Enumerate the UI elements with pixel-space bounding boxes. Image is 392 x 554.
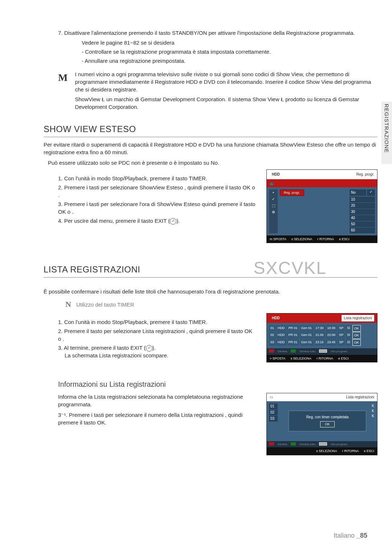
note-block: M I numeri vicino a ogni programma telev…: [44, 70, 377, 113]
sve-3-num: 3.: [58, 201, 63, 207]
sve-intro-2: Può essere utilizzato solo se PDC non è …: [48, 159, 377, 167]
osd1-v1: 20: [350, 203, 375, 209]
c: PR 01: [287, 332, 299, 339]
step-7-sub-3: - Annullare una registrazione preimposta…: [82, 57, 377, 65]
osd2-row-1: 02 HDD PR 01 Gen 01 21:00 22:00 SP Sì OK: [269, 332, 375, 339]
note-p1: I numeri vicino a ogni programma televis…: [75, 70, 377, 93]
osd3-header: ▭ Lista registrazioni: [267, 393, 377, 401]
osd3-bar-s: s SELEZIONA: [316, 449, 337, 454]
heading-show-view-esteso: SHOW VIEW ESTESO: [44, 123, 377, 137]
osd2-bar-e: e ESCI: [338, 356, 349, 361]
osd2-header: HDD Lista registrazioni: [267, 313, 377, 323]
osd1-chip: Reg. progr.: [280, 189, 304, 196]
sve-2-num: 2.: [58, 184, 63, 190]
osd3-k1: K: [372, 409, 374, 414]
btn-b-icon: [291, 349, 296, 353]
lr-3-num: 3.: [58, 345, 63, 351]
exit-icon: ⏎: [170, 218, 176, 225]
c: OK: [352, 339, 361, 346]
osd1-v3: 40: [350, 215, 375, 221]
osd1-col-no: No: [350, 189, 366, 196]
c: HDD: [276, 339, 286, 346]
osd2-btn-a: Elimina: [278, 349, 287, 353]
step-7-text: Disattivare l'alimentazione premendo il …: [64, 30, 355, 36]
osd3-r1: 02: [269, 410, 278, 415]
c: 22:00: [326, 332, 337, 339]
osd3-btn-a: Elimina: [278, 442, 287, 446]
sve-1: Con l'unità in modo Stop/Playback, preme…: [64, 175, 207, 181]
tv-icon: 📺: [270, 181, 274, 186]
footer: Italiano _85: [334, 531, 367, 540]
osd1-v4: 50: [350, 221, 375, 227]
lr-3b: ).: [152, 345, 156, 351]
osd3-btn-g: Info program.: [331, 442, 348, 446]
osd1-v0: 10: [350, 197, 375, 202]
osd2-bar-r: r RITORNA: [317, 356, 333, 361]
c: 21:00: [314, 332, 325, 339]
osd1-bar-r: r RITORNA: [317, 237, 334, 242]
sve-3: Premere i tasti per selezionare l'ora di…: [58, 201, 256, 215]
osd1-title: Reg. progr.: [356, 172, 374, 177]
osd3-btns: Elimina Elimina tutto Info program.: [267, 441, 377, 447]
c: SP: [338, 325, 345, 332]
tip-text: Utilizzo del tasto TIMER: [76, 301, 134, 308]
c: OK: [352, 325, 361, 332]
c: SP: [338, 332, 345, 339]
btn-a-icon: [269, 349, 274, 353]
note-p2: ShowView Ł un marchio di Gemstar Develop…: [75, 95, 377, 111]
note-text: I numeri vicino a ogni programma televis…: [75, 70, 377, 113]
osd2-body: 01 HDD PR 01 Gen 01 17:30 18:30 SP Sì OK…: [267, 323, 377, 349]
check-icon: ✓: [367, 189, 375, 196]
sve-4: Per uscire dal menu, premere il tasto EX…: [64, 218, 170, 224]
lr-3c: La schermata Lista registrazioni scompar…: [65, 352, 168, 359]
sve-4-tail: ).: [176, 218, 180, 224]
step-7-num: 7.: [58, 30, 63, 36]
c: Sì: [346, 339, 352, 346]
osd1-bar: m SPOSTA s SELEZIONA r RITORNA e ESCI: [267, 235, 377, 243]
c: SP: [338, 339, 345, 346]
info-3-num: 3⁻¹.: [58, 412, 68, 418]
c: HDD: [276, 325, 286, 332]
info-p: Informa che la Lista registrazioni selez…: [58, 393, 256, 408]
btn-a-icon: [269, 442, 274, 446]
c: 18:30: [326, 325, 337, 332]
tip-n-icon: N: [65, 299, 71, 310]
osd-reg-progr: HDD Reg. progr. 📺 • ✓ ⬚ ⚙ Reg. progr.: [266, 169, 377, 243]
note-m-icon: M: [58, 70, 68, 113]
lr-intro: È possibile confermare i risultati delle…: [44, 288, 377, 295]
osd1-header: HDD Reg. progr.: [267, 170, 377, 179]
osd3-bar: s SELEZIONA r RITORNA e ESCI: [267, 447, 377, 455]
osd3-body: 01 02 03 Reg. con timer completata OK K …: [267, 401, 377, 441]
osd2-bar-s: s SELEZIONA: [291, 356, 312, 361]
osd1-bar-m: m SPOSTA: [270, 237, 286, 242]
osd-lista-reg: HDD Lista registrazioni 01 HDD PR 01 Gen…: [266, 313, 377, 363]
osd-lista-reg-info: ▭ Lista registrazioni 01 02 03 Reg. con …: [266, 393, 377, 455]
osd2-row-2: 03 HDD PR 01 Gen 01 23:15 23:45 SP Sì OK: [269, 339, 375, 346]
osd1-redbar: 📺: [267, 179, 377, 187]
lr-3a: Al termine, premere il tasto EXIT (: [64, 345, 146, 351]
osd1-v5: 60: [350, 227, 375, 233]
step-7-list: 7. Disattivare l'alimentazione premendo …: [58, 29, 377, 65]
c: Gen 01: [300, 339, 314, 346]
osd2-bar-m: > SPOSTA: [270, 356, 286, 361]
step-7-sub: Vedere le pagine 81~82 se si desidera - …: [82, 39, 377, 65]
info-3-text: Premere i tasti per selezionare il numer…: [58, 412, 242, 426]
osd3-k0: K: [372, 403, 374, 409]
lr-1-num: 1.: [58, 319, 63, 325]
c: Sì: [346, 332, 352, 339]
osd2-bar: > SPOSTA s SELEZIONA r RITORNA e ESCI: [267, 355, 377, 362]
osd2-hdd: HDD: [270, 315, 282, 321]
c: 23:15: [314, 339, 325, 346]
c: PR 01: [287, 339, 299, 346]
step-7-sub-1: Vedere le pagine 81~82 se si desidera: [82, 39, 377, 46]
osd3-title: Lista registrazioni: [346, 395, 374, 400]
sve-4-num: 4.: [58, 218, 63, 224]
side-tab-registrazione: REGISTRAZIONE: [381, 102, 392, 164]
c: PR 01: [287, 325, 299, 332]
c: Sì: [346, 325, 352, 332]
lr-1: Con l'unità in modo Stop/Playback, preme…: [64, 319, 207, 325]
osd3-ok: OK: [320, 421, 334, 427]
footer-page: _85: [356, 532, 367, 539]
osd3-r0: 01: [269, 403, 278, 409]
osd2-btn-b: Elimina tutto: [299, 349, 315, 353]
